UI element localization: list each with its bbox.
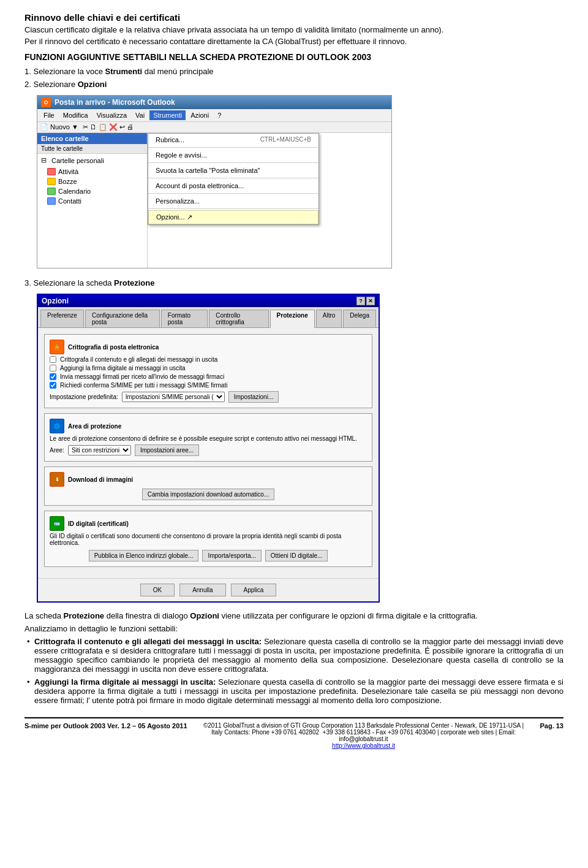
dropdown-sep1 [148,147,318,148]
dropdown-account[interactable]: Account di posta elettronica... [148,180,318,192]
download-header: ⬇ Download di immagini [50,472,367,487]
checkbox-richiedi: Richiedi conferma S/MIME per tutti i mes… [50,382,367,389]
tab-altro[interactable]: Altro [316,310,342,327]
outlook-main: Rubrica... CTRL+MAIUSC+B Regole e avvisi… [148,133,391,268]
menu-strumenti[interactable]: Strumenti [149,110,186,120]
checkbox-invia-input[interactable] [50,373,56,380]
menu-azioni[interactable]: Azioni [187,110,213,120]
pubblica-btn[interactable]: Pubblica in Elenco indirizzi globale... [89,550,199,562]
tab-formato-posta[interactable]: Formato posta [161,310,208,327]
area-desc: Le aree di protezione consentono di defi… [50,435,367,442]
applica-btn[interactable]: Applica [231,584,277,596]
checkbox-crittografa-input[interactable] [50,356,56,363]
dialog-titlebar: Opzioni ? ✕ [38,295,379,307]
folder-bozze[interactable]: Bozze [37,177,147,186]
download-section: ⬇ Download di immagini Cambia impostazio… [44,466,372,506]
folder-attivita[interactable]: Attività [37,167,147,177]
bullet-crittografa-bold: Crittografa il contenuto e gli allegati … [34,637,262,646]
dialog-titlebar-btns: ? ✕ [356,297,375,305]
menu-modifica[interactable]: Modifica [59,110,92,120]
analysis-intro: La scheda Protezione della finestra di d… [24,611,564,620]
opzioni-dialog: Opzioni ? ✕ Preferenze Configurazione de… [37,294,380,603]
ottieni-btn[interactable]: Ottieni ID digitale... [265,550,328,562]
folder-calendario-icon [47,188,56,195]
dropdown-menu: Rubrica... CTRL+MAIUSC+B Regole e avvisi… [148,133,319,225]
tab-preferenze[interactable]: Preferenze [40,310,84,327]
download-btn-row: Cambia impostazioni download automatico.… [50,489,367,500]
bullet-firma-bold: Aggiungi la firma digitale ai messaggi i… [34,677,216,687]
footer-center: ©2011 GlobalTrust a division of GTI Grou… [194,722,534,749]
footer-website-row: http://www.globaltrust.it [194,742,534,749]
step3-number: 3. [24,278,31,287]
step2-bold: Opzioni [78,80,107,89]
step1: 1. Selezionare la voce Strumenti dal men… [24,67,564,76]
footer-copyright: ©2011 GlobalTrust a division of GTI Grou… [194,722,534,729]
dropdown-svuota[interactable]: Svuota la cartella "Posta eliminata" [148,164,318,177]
outlook-screenshot: O Posta in arrivo - Microsoft Outlook Fi… [37,95,392,268]
outlook-toolbar: 📄 Nuovo ▼ ✂ 🗋 📋 ❌ ↩ 🖨 [37,122,391,133]
dropdown-sep2 [148,162,318,163]
bullet-firma: Aggiungi la firma digitale ai messaggi i… [24,677,564,705]
dialog-close-btn[interactable]: ✕ [366,297,375,305]
impostazione-label: Impostazione predefinita: [50,394,118,400]
step3: 3. Selezionare la scheda Protezione [24,278,564,287]
folder-header: Elenco cartelle [37,133,147,144]
importa-btn[interactable]: Importa/esporta... [202,550,261,562]
folder-contatti[interactable]: Contatti [37,196,147,206]
ok-btn[interactable]: OK [140,584,175,596]
area-section: 🌐 Area di protezione Le aree di protezio… [44,413,372,462]
opzioni-bold: Opzioni [190,611,219,620]
cambia-download-btn[interactable]: Cambia impostazioni download automatico.… [142,489,274,500]
impostazioni-btn[interactable]: Impostazioni... [228,391,279,403]
area-header: 🌐 Area di protezione [50,419,367,433]
dropdown-sep4 [148,193,318,194]
impostazione-row: Impostazione predefinita: Impostazioni S… [50,391,367,403]
footer-website-link[interactable]: http://www.globaltrust.it [332,742,395,749]
checkbox-firma-label: Aggiungi la firma digitale ai messaggi i… [60,365,186,371]
area-row: Aree: Siti con restrizioni Impostazioni … [50,444,367,456]
footer-right: Pag. 13 [540,722,564,729]
step2-number: 2. [24,80,31,89]
footer-italy: Italy Contacts: Phone +39 0761 402802 +3… [194,729,534,742]
dialog-help-btn[interactable]: ? [356,297,365,305]
outlook-titlebar: O Posta in arrivo - Microsoft Outlook [37,96,391,109]
footer-left: S-mime per Outlook 2003 Ver. 1.2 – 05 Ag… [24,722,187,729]
area-select[interactable]: Siti con restrizioni [68,445,131,455]
outlook-menubar[interactable]: File Modifica Visualizza Vai Strumenti A… [37,109,391,122]
id-desc: Gli ID digitali o certificati sono docum… [50,533,367,546]
tab-controllo[interactable]: Controllo crittografia [209,310,268,327]
intro-line1: Ciascun certificato digitale e la relati… [24,25,564,34]
root-folder: ⊟ Cartelle personali [37,154,147,167]
menu-vai[interactable]: Vai [132,110,148,120]
dropdown-regole[interactable]: Regole e avvisi... [148,149,318,161]
folder-calendario[interactable]: Calendario [37,186,147,196]
dropdown-opzioni[interactable]: Opzioni... ↗ [148,210,318,224]
protezione-bold: Protezione [64,611,104,620]
toolbar-nuovo[interactable]: 📄 Nuovo ▼ [40,123,78,131]
impostazione-select[interactable]: Impostazioni S/MIME personali ( [122,392,225,402]
step3-bold: Protezione [114,278,154,287]
menu-help[interactable]: ? [214,110,225,120]
checkbox-richiedi-input[interactable] [50,382,56,389]
checkbox-firma-input[interactable] [50,365,56,371]
tab-protezione[interactable]: Protezione [270,310,315,328]
menu-visualizza[interactable]: Visualizza [93,110,130,120]
step2-text: Selezionare [33,80,77,89]
tab-config-posta[interactable]: Configurazione della posta [85,310,160,327]
expand-icon: ⊟ [41,156,47,164]
toolbar-icons: ✂ 🗋 📋 ❌ ↩ 🖨 [83,123,134,131]
dropdown-personalizza[interactable]: Personalizza... [148,195,318,207]
dropdown-rubrica[interactable]: Rubrica... CTRL+MAIUSC+B [148,134,318,146]
impostazioni-aree-btn[interactable]: Impostazioni aree... [135,444,199,456]
outlook-body: Elenco cartelle Tutte le cartelle ⊟ Cart… [37,133,391,268]
tab-delega[interactable]: Delega [343,310,376,327]
footer-web: corporate web sites [440,729,494,736]
analizziamo: Analizziamo in dettaglio le funzioni set… [24,624,564,633]
outlook-sidebar: Elenco cartelle Tutte le cartelle ⊟ Cart… [37,133,148,268]
checkbox-invia: Invia messaggi firmati per riceto all'in… [50,373,367,380]
folder-bozze-icon [47,178,56,185]
step3-text: Selezionare la scheda [33,278,114,287]
annulla-btn[interactable]: Annulla [179,584,225,596]
menu-file[interactable]: File [40,110,58,120]
area-title: Area di protezione [68,423,121,430]
